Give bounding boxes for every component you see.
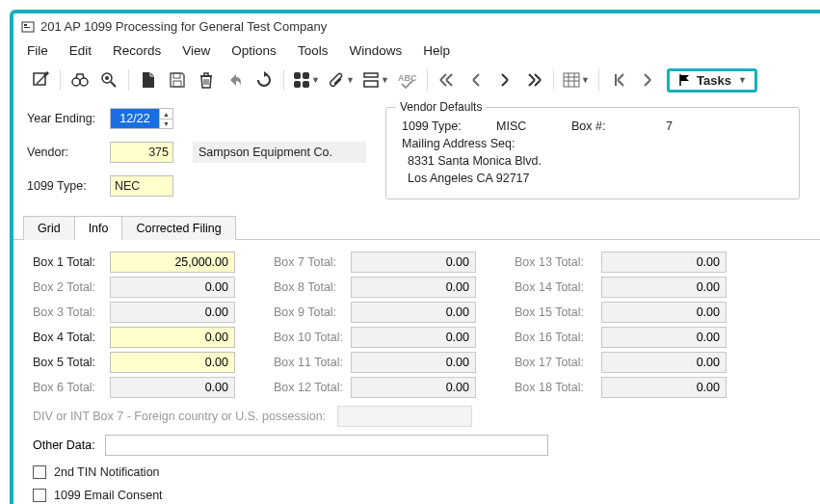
nav-next-icon[interactable]: [491, 67, 518, 93]
menu-options[interactable]: Options: [231, 43, 277, 58]
vendor-defaults-box: Vendor Defaults 1099 Type: MISC Box #: 7…: [385, 107, 800, 199]
box11-label: Box 11 Total:: [274, 356, 351, 369]
tasks-button[interactable]: Tasks ▼: [667, 68, 757, 93]
menu-records[interactable]: Records: [113, 43, 161, 58]
svg-text:ABC: ABC: [398, 73, 417, 83]
defaults-type-value: MISC: [496, 119, 554, 133]
chevron-down-icon: ▼: [738, 75, 747, 85]
box12-label: Box 12 Total:: [274, 381, 351, 394]
svg-point-4: [72, 78, 80, 86]
menu-windows[interactable]: Windows: [349, 43, 402, 58]
box9-value: 0.00: [351, 302, 476, 323]
tasks-label: Tasks: [697, 73, 731, 88]
consent-checkbox[interactable]: [33, 489, 46, 502]
box6-value: 0.00: [110, 377, 235, 398]
window-title: 201 AP 1099 Processing for General Test …: [40, 19, 327, 34]
box15-label: Box 15 Total:: [515, 305, 601, 319]
tin-checkbox[interactable]: [33, 465, 46, 479]
box1-label: Box 1 Total:: [33, 255, 110, 269]
menu-edit[interactable]: Edit: [69, 43, 92, 58]
table-icon[interactable]: ▼: [560, 67, 593, 93]
binoculars-icon[interactable]: [66, 67, 93, 93]
consent-label: 1099 Email Consent: [54, 489, 163, 502]
svg-rect-15: [364, 81, 378, 87]
box7-label: Box 7 Total:: [274, 255, 351, 269]
box10-value: 0.00: [351, 327, 476, 348]
box2-label: Box 2 Total:: [33, 280, 110, 294]
tab-grid[interactable]: Grid: [23, 216, 75, 240]
box11-value: 0.00: [351, 352, 476, 373]
year-spinner[interactable]: ▲▼: [160, 108, 173, 129]
box7-value: 0.00: [351, 252, 476, 273]
box8-value: 0.00: [351, 277, 476, 298]
box18-value: 0.00: [601, 377, 727, 398]
attach-icon[interactable]: ▼: [325, 67, 357, 93]
flag-icon: [677, 73, 691, 87]
svg-rect-12: [294, 81, 301, 88]
header-fields: Year Ending: 12/22 ▲▼ Vendor: 375 Sampso…: [27, 105, 366, 199]
defaults-addr1: 8331 Santa Monica Blvd.: [408, 154, 542, 168]
save-icon[interactable]: [164, 67, 191, 93]
goto-first-icon[interactable]: [605, 67, 632, 93]
nav-last-icon[interactable]: [520, 67, 547, 93]
menu-file[interactable]: File: [27, 43, 48, 58]
vendor-input[interactable]: 375: [110, 142, 173, 163]
foreign-label: DIV or INT Box 7 - Foreign country or U.…: [33, 410, 326, 423]
foreign-input: [337, 406, 472, 427]
defaults-box-label: Box #:: [571, 119, 620, 133]
vendor-label: Vendor:: [27, 146, 104, 159]
nav-prev-icon[interactable]: [463, 67, 489, 93]
new-icon[interactable]: [135, 67, 162, 93]
menu-help[interactable]: Help: [423, 43, 450, 58]
grid-icon[interactable]: ▼: [290, 67, 323, 93]
type-input[interactable]: NEC: [110, 175, 173, 197]
defaults-type-label: 1099 Type:: [402, 119, 479, 133]
box12-value: 0.00: [351, 377, 476, 398]
svg-rect-1: [24, 24, 27, 26]
box17-label: Box 17 Total:: [515, 356, 601, 369]
nav-first-icon[interactable]: [434, 67, 461, 93]
svg-rect-13: [303, 81, 309, 88]
svg-rect-14: [364, 73, 378, 77]
other-input[interactable]: [105, 435, 548, 456]
svg-rect-10: [294, 72, 301, 79]
delete-icon[interactable]: [193, 67, 220, 93]
tab-info[interactable]: Info: [75, 216, 123, 240]
undo-icon[interactable]: [222, 67, 249, 93]
box1-value[interactable]: 25,000.00: [110, 252, 235, 273]
defaults-box-value: 7: [666, 119, 673, 133]
refresh-icon[interactable]: [251, 67, 278, 93]
header-area: Year Ending: 12/22 ▲▼ Vendor: 375 Sampso…: [13, 101, 820, 203]
svg-rect-17: [564, 73, 579, 87]
box3-value: 0.00: [110, 302, 235, 323]
edit-icon[interactable]: [27, 67, 54, 93]
svg-rect-11: [303, 72, 309, 79]
goto-next-icon[interactable]: [634, 67, 661, 93]
year-ending-input[interactable]: 12/22: [110, 108, 160, 129]
box18-label: Box 18 Total:: [515, 381, 601, 394]
box2-value: 0.00: [110, 277, 235, 298]
box5-label: Box 5 Total:: [33, 356, 110, 369]
tin-row: 2nd TIN Notification: [33, 465, 812, 479]
type-label: 1099 Type:: [27, 179, 104, 193]
box4-value[interactable]: 0.00: [110, 327, 235, 348]
box3-label: Box 3 Total:: [33, 305, 110, 319]
menu-view[interactable]: View: [182, 43, 210, 58]
foreign-row: DIV or INT Box 7 - Foreign country or U.…: [33, 406, 812, 427]
box14-value: 0.00: [601, 277, 727, 298]
defaults-mail-label: Mailing Address Seq:: [402, 137, 527, 150]
layout-icon[interactable]: ▼: [359, 67, 392, 93]
consent-row: 1099 Email Consent: [33, 489, 812, 502]
svg-point-7: [105, 76, 109, 80]
toolbar: ▼ ▼ ▼ ABC ▼ Tasks ▼: [13, 64, 820, 101]
spellcheck-icon[interactable]: ABC: [394, 67, 421, 93]
gear-search-icon[interactable]: [95, 67, 122, 93]
year-ending-label: Year Ending:: [27, 112, 104, 125]
menu-tools[interactable]: Tools: [298, 43, 329, 58]
tab-strip: Grid Info Corrected Filing: [23, 215, 820, 239]
svg-point-5: [80, 78, 88, 86]
box4-label: Box 4 Total:: [33, 331, 110, 344]
tab-corrected[interactable]: Corrected Filing: [122, 216, 235, 240]
box5-value[interactable]: 0.00: [110, 352, 235, 373]
box13-label: Box 13 Total:: [515, 255, 601, 269]
